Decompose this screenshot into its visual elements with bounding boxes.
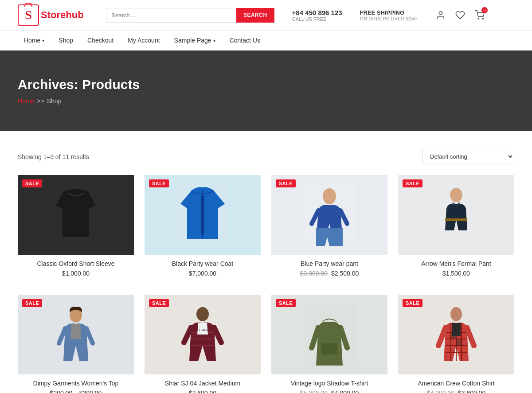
nav-item-checkout[interactable]: Checkout (81, 31, 120, 50)
sale-badge: SALE (22, 179, 42, 187)
sale-badge: SALE (149, 299, 169, 307)
phone-label: CALL US FREE (292, 16, 342, 22)
product-price: $4,000.00 $3,600.00 (398, 389, 514, 393)
wishlist-icon[interactable] (454, 9, 466, 21)
product-price: $200.00 – $300.00 (18, 389, 134, 393)
product-name: Classic Oxford Short Sleeve (18, 260, 134, 267)
product-card[interactable]: SALE Classic Oxford Short Sleeve $1,000.… (18, 175, 134, 277)
logo-icon: S (18, 4, 39, 26)
chevron-down-icon: ▾ (42, 38, 44, 43)
product-name: Vintage logo Shadow T-shirt (271, 380, 387, 387)
phone-number: +84 450 896 123 (292, 9, 342, 16)
cart-icon[interactable]: 0 (473, 9, 486, 21)
header-icons: 0 (434, 9, 486, 21)
product-price: $1,500.00 (398, 270, 514, 277)
product-image-wrap: SALE (18, 295, 134, 374)
logo-letter: S (25, 8, 32, 22)
logo-bag-icon (24, 3, 32, 7)
product-price: $2,600.00 (145, 389, 261, 393)
svg-point-9 (450, 188, 462, 202)
product-image-wrap: SALE (18, 175, 134, 255)
search-button[interactable]: SEARCH (236, 8, 274, 23)
svg-point-1 (478, 18, 479, 19)
main-content: Showing 1–9 of 11 results Default sortin… (0, 131, 532, 393)
svg-rect-5 (201, 195, 204, 235)
product-image-wrap: SALE (398, 295, 514, 374)
sale-badge: SALE (403, 299, 422, 307)
nav-bar: Home ▾ Shop Checkout My Account Sample P… (0, 31, 532, 51)
svg-point-19 (450, 307, 462, 321)
product-price: $3,000.00 $2,500.00 (271, 270, 387, 277)
product-card[interactable]: SALE Dimpy Garments Women's Top $200.00 … (18, 295, 134, 393)
products-grid-row2: SALE Dimpy Garments Women's Top $200.00 … (18, 295, 514, 393)
breadcrumb-separator: >> (37, 97, 44, 105)
toolbar: Showing 1–9 of 11 results Default sortin… (18, 149, 514, 164)
product-name: Blue Party wear pant (271, 260, 387, 267)
svg-point-2 (482, 18, 483, 19)
product-card[interactable]: SALE Black Party wear Coat $7,000.00 (145, 175, 261, 277)
chevron-down-icon: ▾ (213, 38, 215, 43)
sale-badge: SALE (22, 299, 42, 307)
product-image-wrap: ITALV SALE (145, 295, 261, 374)
nav-item-shop[interactable]: Shop (52, 31, 79, 50)
product-image-wrap: SALE (398, 175, 514, 255)
shipping-info: FREE SHIPPING ON ORDERS OVER $150 (360, 9, 417, 21)
product-name: American Crew Cotton Shirt (398, 380, 514, 387)
sort-select[interactable]: Default sorting Sort by popularity Sort … (422, 149, 514, 164)
logo-text: Storehub (41, 9, 84, 21)
svg-rect-29 (452, 323, 461, 336)
sale-badge: SALE (276, 179, 296, 187)
logo[interactable]: S Storehub (18, 4, 84, 26)
nav-item-samplepage[interactable]: Sample Page ▾ (168, 31, 222, 50)
header-top: S Storehub SEARCH +84 450 896 123 CALL U… (0, 0, 532, 31)
svg-text:ITALV: ITALV (199, 328, 209, 332)
products-grid-row1: SALE Classic Oxford Short Sleeve $1,000.… (18, 175, 514, 277)
page-title: Archives: Products (18, 77, 514, 92)
nav-item-myaccount[interactable]: My Account (121, 31, 166, 50)
product-name: Arrow Men's Formal Pant (398, 260, 514, 267)
sale-badge: SALE (403, 179, 422, 187)
product-image-wrap: SALE (271, 295, 387, 374)
sale-badge: SALE (149, 179, 169, 187)
product-price: $5,000.00 $4,000.00 (271, 389, 387, 393)
cart-badge: 0 (481, 7, 488, 13)
product-card[interactable]: SALE Blue Party wear pant $3,000.00 $2,5… (271, 175, 387, 277)
sale-badge: SALE (276, 299, 296, 307)
product-card[interactable]: SALE Vintage logo Shadow T-shirt $5,000.… (271, 295, 387, 393)
svg-point-14 (196, 307, 209, 321)
product-card[interactable]: ITALV SALE Shiar SJ 04 Jacket Medium $2,… (145, 295, 261, 393)
shipping-title: FREE SHIPPING (360, 9, 417, 16)
hero-banner: Archives: Products Home >> Shop (0, 51, 532, 131)
svg-rect-17 (321, 343, 337, 354)
account-icon[interactable] (434, 9, 447, 21)
product-price: $1,000.00 (18, 270, 134, 277)
product-image-wrap: SALE (271, 175, 387, 255)
svg-point-0 (439, 12, 442, 15)
search-input[interactable] (106, 8, 236, 23)
product-name: Black Party wear Coat (145, 260, 261, 267)
svg-rect-28 (456, 339, 462, 346)
nav-item-home[interactable]: Home ▾ (18, 31, 51, 50)
product-image-wrap: SALE (145, 175, 261, 255)
breadcrumb-home-link[interactable]: Home (18, 97, 34, 105)
breadcrumb: Home >> Shop (18, 97, 514, 105)
nav-item-contact[interactable]: Contact Us (223, 31, 266, 50)
results-count: Showing 1–9 of 11 results (18, 153, 89, 160)
product-name: Shiar SJ 04 Jacket Medium (145, 380, 261, 387)
product-card[interactable]: SALE American Crew Cotton Shirt $4,000.0… (398, 295, 514, 393)
breadcrumb-current: Shop (47, 97, 62, 105)
product-price: $7,000.00 (145, 270, 261, 277)
search-form: SEARCH (106, 8, 274, 23)
svg-point-7 (323, 188, 336, 204)
svg-rect-10 (445, 218, 467, 221)
phone-info: +84 450 896 123 CALL US FREE (292, 9, 342, 22)
shipping-subtitle: ON ORDERS OVER $150 (360, 16, 417, 21)
product-card[interactable]: SALE Arrow Men's Formal Pant $1,500.00 (398, 175, 514, 277)
product-name: Dimpy Garments Women's Top (18, 380, 134, 387)
